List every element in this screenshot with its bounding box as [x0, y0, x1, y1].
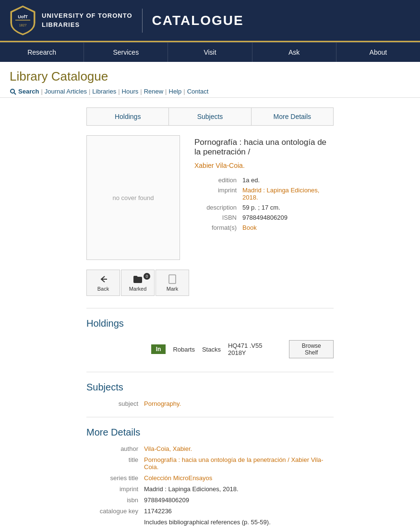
nav-item-research[interactable]: Research [0, 43, 84, 62]
detail-row-title: title Pornografía : hacia una ontología … [86, 456, 334, 471]
nav-item-visit[interactable]: Visit [168, 43, 252, 62]
breadcrumb-renew[interactable]: Renew [144, 88, 163, 95]
sep-2: | [89, 88, 90, 95]
author-value[interactable]: Vila-Coia, Xabier. [144, 445, 192, 452]
breadcrumb-help[interactable]: Help [169, 88, 182, 95]
book-detail: no cover found Pornografía : hacia una o… [86, 135, 334, 260]
book-meta-table: edition 1a ed. imprint Madrid : Lapinga … [194, 177, 334, 231]
format-label: format(s) [194, 224, 242, 231]
folder-icon [132, 274, 143, 284]
sep-1: | [41, 88, 42, 95]
divider-1 [86, 308, 334, 308]
holdings-header: Holdings [86, 318, 334, 329]
holdings-section: Holdings In Robarts Stacks HQ471 .V55 20… [86, 318, 334, 362]
subjects-section: Subjects subject Pornography. [86, 382, 334, 407]
page-title: Library Catalogue [10, 69, 410, 84]
isbn-label: ISBN [194, 214, 242, 221]
book-cover: no cover found [86, 135, 180, 260]
action-buttons: Back 0 Marked Mark [86, 270, 334, 296]
mark-label: Mark [167, 286, 178, 292]
svg-rect-6 [169, 275, 176, 283]
header-divider [142, 9, 143, 33]
in-status-badge: In [151, 344, 166, 354]
more-details-header: More Details [86, 427, 334, 438]
svg-line-4 [14, 93, 16, 94]
university-shield-icon: UofT 1827 [10, 5, 36, 36]
book-author[interactable]: Xabier Vila-Coia. [194, 162, 334, 169]
more-details-section: More Details author Vila-Coia, Xabier. t… [86, 427, 334, 526]
tab-holdings[interactable]: Holdings [87, 108, 169, 125]
book-info: Pornografía : hacia una ontología de la … [194, 135, 334, 260]
sep-5: | [165, 88, 167, 95]
title-label: title [86, 456, 144, 471]
breadcrumb-contact[interactable]: Contact [187, 88, 209, 95]
subjects-header: Subjects [86, 382, 334, 393]
holdings-row: In Robarts Stacks HQ471 .V55 2018Y Brows… [86, 336, 334, 362]
edition-value: 1a ed. [242, 177, 260, 184]
sep-6: | [183, 88, 185, 95]
site-header: UofT 1827 UNIVERSITY OF TORONTO LIBRARIE… [0, 0, 420, 42]
title-value[interactable]: Pornografía : hacia una ontología de la … [144, 456, 334, 471]
back-label: Back [97, 286, 109, 292]
tab-subjects[interactable]: Subjects [169, 108, 251, 125]
search-link[interactable]: Search [10, 88, 39, 95]
imprint-label: imprint [194, 187, 242, 201]
breadcrumb-journal-articles[interactable]: Journal Articles [45, 88, 87, 95]
detail-row-imprint: imprint Madrid : Lapinga Ediciones, 2018… [86, 485, 334, 493]
meta-row-imprint: imprint Madrid : Lapinga Ediciones, 2018… [194, 187, 334, 201]
series-title-label: series title [86, 474, 144, 482]
nav-item-services[interactable]: Services [84, 43, 168, 62]
book-title: Pornografía : hacia una ontología de la … [194, 138, 334, 157]
back-icon [98, 274, 108, 284]
series-title-value[interactable]: Colección MicroEnsayos [144, 474, 212, 482]
search-label[interactable]: Search [18, 88, 39, 95]
breadcrumb-hours[interactable]: Hours [122, 88, 139, 95]
no-cover-text: no cover found [112, 194, 154, 201]
imprint-detail-value: Madrid : Lapinga Ediciones, 2018. [144, 485, 239, 493]
nav-item-about[interactable]: About [336, 43, 420, 62]
format-value[interactable]: Book [242, 224, 257, 231]
mark-button[interactable]: Mark [156, 270, 189, 296]
catalogue-key-value: 11742236 [144, 507, 172, 515]
description-label: description [194, 204, 242, 211]
sep-4: | [140, 88, 142, 95]
nav-item-ask[interactable]: Ask [252, 43, 336, 62]
university-name: UNIVERSITY OF TORONTO LIBRARIES [42, 12, 132, 29]
holdings-library: Robarts [173, 346, 195, 353]
catalogue-key-label: catalogue key [86, 507, 144, 515]
main-content: no cover found Pornografía : hacia una o… [0, 126, 420, 531]
breadcrumb-libraries[interactable]: Libraries [92, 88, 116, 95]
main-nav: Research Services Visit Ask About [0, 42, 420, 62]
meta-row-format: format(s) Book [194, 224, 334, 231]
notes-label [86, 519, 144, 526]
logo-area: UofT 1827 UNIVERSITY OF TORONTO LIBRARIE… [10, 5, 132, 36]
isbn-value: 9788494806209 [242, 214, 288, 221]
meta-row-edition: edition 1a ed. [194, 177, 334, 184]
browse-shelf-button[interactable]: Browse Shelf [289, 340, 334, 358]
subject-value[interactable]: Pornography. [144, 400, 181, 407]
isbn-detail-value: 9788494806209 [144, 496, 189, 504]
isbn-detail-label: isbn [86, 496, 144, 504]
meta-row-isbn: ISBN 9788494806209 [194, 214, 334, 221]
back-button[interactable]: Back [86, 270, 120, 296]
tabs-container: Holdings Subjects More Details [86, 107, 334, 126]
notes-value: Includes bibliographical references (p. … [144, 519, 271, 526]
catalogue-title: CATALOGUE [152, 13, 244, 28]
breadcrumb: Search | Journal Articles | Libraries | … [10, 88, 410, 95]
search-icon [10, 88, 16, 95]
detail-row-catalogue-key: catalogue key 11742236 [86, 507, 334, 515]
author-label: author [86, 445, 144, 452]
description-value: 59 p. ; 17 cm. [242, 204, 280, 211]
tab-more-details[interactable]: More Details [252, 108, 333, 125]
detail-row-isbn: isbn 9788494806209 [86, 496, 334, 504]
marked-label: Marked [129, 286, 147, 292]
imprint-value[interactable]: Madrid : Lapinga Ediciones, 2018. [242, 187, 334, 201]
svg-text:1827: 1827 [19, 24, 27, 27]
marked-button[interactable]: 0 Marked [121, 270, 155, 296]
detail-row-notes: Includes bibliographical references (p. … [86, 519, 334, 526]
divider-3 [86, 417, 334, 417]
marked-count-badge: 0 [144, 273, 150, 280]
edition-label: edition [194, 177, 242, 184]
divider-2 [86, 372, 334, 372]
subject-row: subject Pornography. [86, 400, 334, 407]
